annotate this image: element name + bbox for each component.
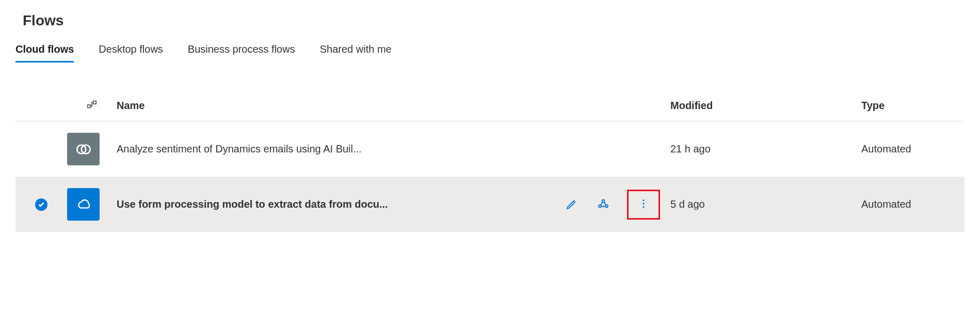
page-title: Flows: [15, 0, 965, 39]
svg-point-8: [642, 203, 644, 204]
dynamics-icon: [67, 133, 100, 165]
row-icon-cell: [67, 188, 117, 221]
th-type[interactable]: Type: [861, 100, 965, 112]
table-header: Name Modified Type: [15, 90, 965, 121]
more-actions-button[interactable]: [627, 190, 660, 220]
th-flow-icon: [67, 99, 117, 113]
flow-name[interactable]: Analyze sentiment of Dynamics emails usi…: [117, 143, 362, 155]
tab-cloud-flows[interactable]: Cloud flows: [15, 39, 74, 63]
flow-type-icon: [86, 99, 98, 113]
flows-table: Name Modified Type Analyze sentiment of …: [15, 90, 965, 232]
svg-rect-0: [88, 105, 91, 108]
svg-point-6: [605, 205, 608, 207]
tab-desktop-flows[interactable]: Desktop flows: [99, 39, 163, 63]
row-name-cell: Use form processing model to extract dat…: [117, 190, 670, 220]
svg-rect-1: [93, 101, 97, 104]
row-modified: 5 d ago: [670, 198, 861, 210]
row-select-cell[interactable]: [15, 198, 67, 211]
svg-point-7: [642, 199, 644, 200]
row-icon-cell: [67, 133, 117, 165]
table-row[interactable]: Use form processing model to extract dat…: [15, 177, 965, 232]
more-vertical-icon: [638, 198, 649, 211]
row-type: Automated: [861, 198, 965, 210]
row-modified: 21 h ago: [670, 143, 861, 155]
row-actions: [563, 190, 660, 220]
row-name-cell: Analyze sentiment of Dynamics emails usi…: [117, 143, 670, 155]
selected-check-icon[interactable]: [35, 198, 47, 211]
onedrive-icon: [67, 188, 100, 221]
tab-business-process-flows[interactable]: Business process flows: [188, 39, 295, 63]
th-name[interactable]: Name: [117, 100, 670, 112]
row-type: Automated: [861, 143, 965, 155]
svg-point-5: [599, 205, 601, 207]
svg-point-4: [602, 199, 605, 202]
th-modified[interactable]: Modified: [670, 100, 861, 112]
tabs-bar: Cloud flowsDesktop flowsBusiness process…: [15, 39, 965, 63]
svg-point-9: [642, 206, 644, 207]
tab-shared-with-me[interactable]: Shared with me: [320, 39, 392, 63]
share-icon[interactable]: [595, 196, 612, 213]
edit-icon[interactable]: [563, 196, 580, 213]
table-row[interactable]: Analyze sentiment of Dynamics emails usi…: [15, 121, 965, 177]
flow-name[interactable]: Use form processing model to extract dat…: [117, 198, 388, 210]
